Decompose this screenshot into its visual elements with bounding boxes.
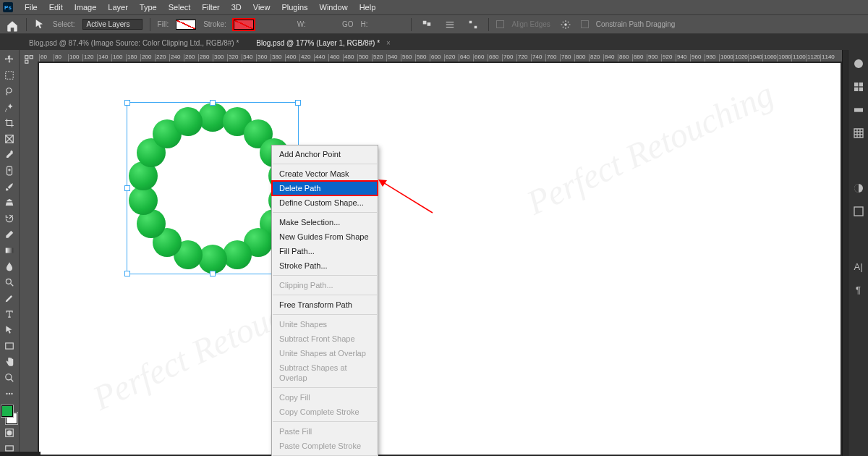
char-panel-icon[interactable]: A|	[852, 260, 865, 273]
fg-color-swatch[interactable]	[1, 405, 13, 417]
ctx-paste-stroke[interactable]: Paste Complete Stroke	[272, 439, 378, 453]
pen-tool-icon[interactable]	[1, 291, 17, 305]
ctx-delete-path[interactable]: Delete Path	[272, 181, 378, 195]
ctx-clipping-path[interactable]: Clipping Path...	[272, 278, 378, 292]
transform-handle[interactable]	[210, 100, 216, 106]
ruler-tick: 720	[516, 54, 531, 62]
ctx-stroke-path[interactable]: Stroke Path...	[272, 258, 378, 273]
right-panel-strip: A| ¶	[848, 50, 868, 456]
transform-handle[interactable]	[124, 271, 130, 276]
ctx-unite-overlap[interactable]: Unite Shapes at Overlap	[272, 346, 378, 360]
ctx-define-shape[interactable]: Define Custom Shape...	[272, 195, 378, 210]
marquee-tool-icon[interactable]	[1, 68, 17, 83]
ctx-subtract-overlap[interactable]: Subtract Shapes at Overlap	[272, 360, 378, 385]
select-label: Select:	[53, 20, 75, 28]
stroke-swatch[interactable]	[234, 20, 254, 30]
svg-point-13	[9, 393, 10, 394]
align-edges-checkbox[interactable]	[496, 20, 504, 28]
hand-tool-icon[interactable]	[1, 355, 17, 369]
artboard-tool-icon[interactable]	[21, 52, 37, 67]
close-icon[interactable]: ×	[386, 39, 391, 47]
path-select-tool-icon[interactable]	[34, 20, 46, 30]
gradient-tool-icon[interactable]	[1, 243, 17, 258]
path-select-icon[interactable]	[1, 323, 17, 337]
doc-tab-1[interactable]: Blog.psd @ 87.4% (Image Source: Color Cl…	[22, 35, 246, 50]
ctx-copy-fill[interactable]: Copy Fill	[272, 390, 378, 405]
ctx-make-selection[interactable]: Make Selection...	[272, 215, 378, 229]
menu-type[interactable]: Type	[134, 3, 163, 12]
ctx-separator	[273, 314, 377, 315]
ruler-tick: 820	[589, 54, 603, 62]
svg-point-14	[11, 393, 12, 394]
clone-stamp-icon[interactable]	[1, 195, 17, 210]
constrain-checkbox[interactable]	[581, 20, 589, 28]
ruler-tick: 580	[415, 54, 430, 62]
move-tool-icon[interactable]	[1, 52, 17, 67]
home-icon[interactable]	[6, 20, 19, 30]
ctx-new-guides[interactable]: New Guides From Shape	[272, 229, 378, 244]
history-brush-icon[interactable]	[1, 211, 17, 226]
brush-tool-icon[interactable]	[1, 180, 17, 194]
ctx-copy-stroke[interactable]: Copy Complete Stroke	[272, 405, 378, 419]
para-panel-icon[interactable]: ¶	[852, 283, 865, 296]
ctx-free-transform[interactable]: Free Transform Path	[272, 297, 378, 312]
ruler-tick: 800	[574, 54, 589, 62]
fill-swatch[interactable]	[176, 20, 196, 30]
mask-mode-icon[interactable]	[1, 426, 17, 440]
swatches-panel-icon[interactable]	[852, 80, 865, 93]
dodge-tool-icon[interactable]	[1, 275, 17, 290]
ctx-create-mask[interactable]: Create Vector Mask	[272, 166, 378, 181]
type-tool-icon[interactable]	[1, 307, 17, 321]
color-panel-icon[interactable]	[852, 57, 865, 70]
menu-3d[interactable]: 3D	[226, 3, 247, 12]
transform-handle[interactable]	[210, 271, 216, 276]
gear-icon[interactable]	[558, 17, 574, 32]
adjust-panel-icon[interactable]	[852, 182, 865, 195]
menu-select[interactable]: Select	[163, 3, 197, 12]
frame-tool-icon[interactable]	[1, 132, 17, 146]
canvas[interactable]: Perfect Retouching Perfect Retouching	[39, 63, 841, 455]
svg-rect-17	[6, 446, 14, 451]
rectangle-tool-icon[interactable]	[1, 339, 17, 353]
crop-tool-icon[interactable]	[1, 116, 17, 130]
ctx-unite[interactable]: Unite Shapes	[272, 317, 378, 332]
eraser-tool-icon[interactable]	[1, 227, 17, 242]
eyedropper-icon[interactable]	[1, 148, 17, 162]
lasso-tool-icon[interactable]	[1, 84, 17, 98]
menu-plugins[interactable]: Plugins	[276, 3, 313, 12]
menu-help[interactable]: Help	[354, 3, 382, 12]
magic-wand-icon[interactable]	[1, 100, 17, 114]
transform-handle[interactable]	[124, 185, 130, 191]
ctx-paste-fill[interactable]: Paste Fill	[272, 424, 378, 439]
ctx-fill-path[interactable]: Fill Path...	[272, 244, 378, 258]
ctx-add-anchor[interactable]: Add Anchor Point	[272, 147, 378, 161]
healing-brush-icon[interactable]	[1, 164, 17, 178]
ruler-tick: 340	[242, 54, 256, 62]
select-dropdown[interactable]: Active Layers	[82, 19, 142, 30]
blur-tool-icon[interactable]	[1, 259, 17, 274]
arrange-icon[interactable]	[442, 17, 458, 32]
gradients-panel-icon[interactable]	[852, 104, 865, 117]
extra-tool-icon[interactable]	[1, 387, 17, 401]
menu-layer[interactable]: Layer	[102, 3, 134, 12]
ruler-tick: 480	[343, 54, 357, 62]
menu-view[interactable]: View	[247, 3, 276, 12]
doc-tab-2[interactable]: Blog.psd @ 177% (Layer 1, RGB/8#) * ×	[249, 35, 397, 50]
transform-handle[interactable]	[124, 100, 130, 106]
menu-filter[interactable]: Filter	[196, 3, 225, 12]
zoom-tool-icon[interactable]	[1, 371, 17, 385]
divider	[150, 18, 150, 31]
menu-image[interactable]: Image	[69, 3, 103, 12]
right-panel-gutter[interactable]	[842, 50, 848, 456]
align-icon[interactable]	[419, 17, 435, 32]
distribute-icon[interactable]	[465, 17, 481, 32]
color-swatches[interactable]	[1, 405, 17, 424]
patterns-panel-icon[interactable]	[852, 127, 865, 140]
transform-handle[interactable]	[295, 100, 301, 106]
ctx-subtract[interactable]: Subtract Front Shape	[272, 332, 378, 346]
menu-window[interactable]: Window	[314, 3, 354, 12]
styles-panel-icon[interactable]	[852, 205, 865, 218]
menu-file[interactable]: File	[19, 3, 43, 12]
horizontal-ruler[interactable]: 6080100120140160180200220240260280300320…	[38, 50, 842, 62]
menu-edit[interactable]: Edit	[43, 3, 69, 12]
